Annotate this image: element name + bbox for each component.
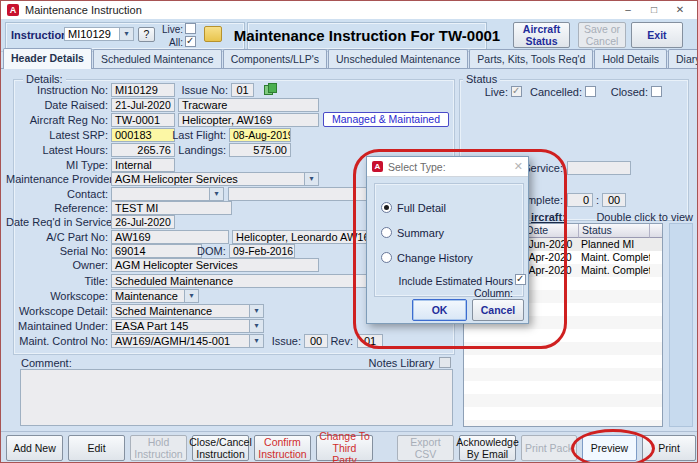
ok-button[interactable]: OK [412, 299, 467, 321]
select-type-dialog: A Select Type: ✕ Full Detail Summary Cha… [366, 156, 529, 324]
chevron-down-icon[interactable]: ▾ [119, 28, 133, 40]
workscope-detail-select[interactable]: Sched Maintenance ▾ [111, 304, 264, 318]
maintained-under-label: Maintained Under: [6, 320, 108, 333]
close-cancel-instruction-button[interactable]: Close/Cancel Instruction [192, 435, 249, 461]
edit-button[interactable]: Edit [68, 435, 125, 461]
include-hours-label: Include Estimated Hours Column: [385, 275, 513, 299]
status-cancelled-label: Cancelled: [529, 86, 582, 99]
change-to-third-party-button[interactable]: Change To Third Party [316, 435, 373, 461]
chevron-down-icon[interactable]: ▾ [209, 188, 223, 200]
cancel-button[interactable]: Cancel [472, 299, 524, 321]
preview-button[interactable]: Preview [582, 435, 637, 461]
table-row-empty [464, 368, 662, 381]
copy-issue-icon[interactable] [264, 83, 277, 96]
exit-button[interactable]: Exit [631, 22, 683, 48]
tab-unscheduled-maintenance[interactable]: Unscheduled Maintenance [328, 49, 468, 69]
table-row-empty [464, 329, 662, 342]
add-new-button[interactable]: Add New [6, 435, 63, 461]
landings-field: 575.00 [229, 143, 291, 157]
header-bar: Instruction: MI10129 ▾ ? Live: All: Main… [1, 19, 698, 52]
raised-by-field: Tracware [178, 98, 319, 112]
ac-part-no-field: AW169 [111, 230, 229, 244]
mi-type-field: Internal [111, 158, 175, 172]
comment-textarea[interactable] [20, 369, 453, 426]
instruction-label: Instruction: [11, 29, 72, 42]
tab-diary[interactable]: Diary [668, 49, 698, 69]
maintained-under-select[interactable]: EASA Part 145 ▾ [111, 319, 264, 333]
date-reqd-label: Date Req'd in Service: [6, 216, 108, 229]
maximize-icon[interactable]: □ [641, 1, 667, 19]
table-side-strip [669, 223, 693, 427]
instruction-no-label: Instruction No: [6, 84, 108, 97]
table-header-date[interactable]: Date [523, 224, 579, 238]
chevron-down-icon[interactable]: ▾ [249, 320, 263, 332]
complete-hours-field: 0 [567, 193, 593, 207]
radio-summary-label[interactable]: Summary [397, 227, 444, 239]
maint-control-no-select[interactable]: AW169/AGMH/145-001 ▾ [111, 334, 264, 348]
window-titlebar: A Maintenance Instruction – □ ✕ [1, 1, 697, 19]
complete-minutes-field: 00 [602, 193, 626, 207]
all-checkbox[interactable] [185, 36, 196, 47]
include-hours-checkbox[interactable] [515, 274, 526, 285]
dom-label: DOM: [197, 245, 225, 258]
date-raised-label: Date Raised: [6, 99, 108, 112]
confirm-instruction-button[interactable]: Confirm Instruction [254, 435, 311, 461]
radio-change-history-label[interactable]: Change History [397, 252, 473, 264]
last-flight-field: 08-Aug-2019 [229, 128, 291, 142]
workscope-detail-label: Workscope Detail: [6, 305, 108, 318]
all-label: All: [151, 36, 183, 49]
radio-summary[interactable] [381, 227, 392, 238]
serial-no-field: 69014 [111, 244, 202, 258]
rev-field: 01 [357, 334, 383, 348]
acknowledge-by-email-button[interactable]: Acknowledge By Email [459, 435, 516, 461]
chevron-down-icon[interactable]: ▾ [184, 290, 198, 302]
radio-change-history[interactable] [381, 252, 392, 263]
chevron-down-icon[interactable]: ▾ [249, 305, 263, 317]
latest-srp-label: Latest SRP: [6, 129, 108, 142]
workscope-label: Workscope: [6, 290, 108, 303]
chevron-down-icon[interactable]: ▾ [304, 173, 318, 185]
maintenance-provider-select[interactable]: AGM Helicopter Services ▾ [111, 172, 319, 186]
status-live-checkbox [511, 86, 522, 97]
dom-field: 09-Feb-2016 [229, 244, 295, 258]
folder-icon[interactable] [204, 26, 222, 42]
reference-label: Reference: [6, 202, 108, 215]
tab-hold-details[interactable]: Hold Details [594, 49, 667, 69]
window-title: Maintenance Instruction [25, 4, 142, 16]
table-header-status[interactable]: Status [579, 224, 650, 238]
print-button[interactable]: Print [642, 435, 696, 461]
mi-type-label: MI Type: [6, 159, 108, 172]
radio-full-detail[interactable] [381, 202, 392, 213]
maint-control-no-label: Maint. Control No: [6, 335, 108, 348]
aircraft-reg-label: Aircraft Reg No: [6, 114, 108, 127]
workscope-select[interactable]: Maintenance ▾ [111, 289, 199, 303]
dialog-close-icon[interactable]: ✕ [514, 160, 523, 173]
print-pack-button: Print Pack [521, 435, 577, 461]
tab-parts-kits-tools[interactable]: Parts, Kits, Tools Req'd [469, 49, 593, 69]
rev-label: Rev: [329, 335, 353, 348]
radio-full-detail-label[interactable]: Full Detail [397, 202, 446, 214]
minimize-icon[interactable]: – [615, 1, 641, 19]
save-or-cancel-button: Save or Cancel [578, 22, 626, 48]
chevron-down-icon[interactable]: ▾ [249, 335, 263, 347]
table-header-extra[interactable] [650, 224, 663, 238]
status-cancelled-checkbox[interactable] [585, 86, 596, 97]
status-closed-checkbox[interactable] [651, 86, 662, 97]
instruction-select[interactable]: MI10129 ▾ [64, 27, 134, 41]
contact-select[interactable]: ▾ [111, 187, 224, 201]
tab-components-llps[interactable]: Components/LLP's [223, 49, 327, 69]
notes-library-button[interactable] [439, 357, 451, 368]
service-field[interactable] [567, 161, 631, 175]
aircraft-status-button[interactable]: Aircraft Status [513, 22, 570, 48]
table-row-empty [464, 342, 662, 355]
close-icon[interactable]: ✕ [667, 1, 693, 19]
managed-maintained-button[interactable]: Managed & Maintained [323, 112, 449, 127]
tab-scheduled-maintenance[interactable]: Scheduled Maintenance [93, 49, 222, 69]
live-checkbox[interactable] [185, 23, 196, 34]
table-row-empty [464, 381, 662, 394]
tab-header-details[interactable]: Header Details [3, 48, 92, 69]
table-row-empty [464, 407, 662, 420]
maintenance-instruction-window: A Maintenance Instruction – □ ✕ Instruct… [0, 0, 698, 463]
date-raised-field: 21-Jul-2020 [111, 98, 175, 112]
dialog-app-icon: A [372, 161, 383, 172]
